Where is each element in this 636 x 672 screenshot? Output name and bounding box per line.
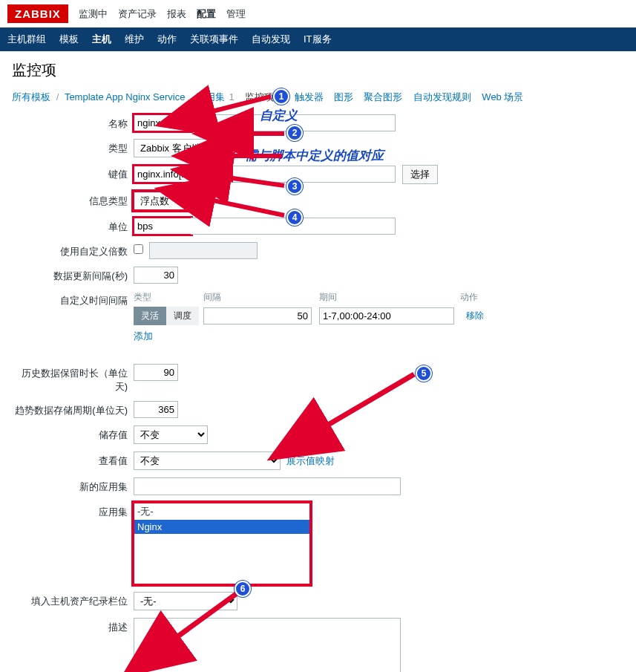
select-appset[interactable]: -无- Nginx	[134, 503, 310, 584]
bc-tab-screens[interactable]: 聚合图形	[364, 91, 402, 102]
lbl-unit: 单位	[12, 218, 134, 234]
anno-circle-1: 1	[273, 88, 289, 105]
ih-int: 间隔	[203, 291, 319, 304]
input-history[interactable]	[134, 364, 178, 381]
lbl-trends: 趋势数据存储周期(单位天)	[12, 401, 134, 417]
chk-custom-mult[interactable]	[134, 244, 143, 254]
link-interval-remove[interactable]: 移除	[466, 310, 484, 321]
input-update-int[interactable]	[134, 267, 178, 284]
subnav-correlation[interactable]: 关联项事件	[190, 33, 238, 46]
link-valuemap[interactable]: 展示值映射	[286, 455, 335, 466]
input-name[interactable]	[134, 114, 191, 131]
anno-circle-3: 3	[286, 178, 303, 195]
bc-tab-appset[interactable]: 应用集 1	[196, 91, 235, 102]
bc-tab-triggers[interactable]: 触发器	[295, 91, 324, 102]
subnav-actions[interactable]: 动作	[157, 33, 177, 46]
bc-template[interactable]: Template App Nginx Service	[65, 91, 186, 102]
anno-circle-2: 2	[286, 125, 303, 141]
select-infotype[interactable]: 浮点数	[134, 192, 208, 210]
textarea-desc[interactable]	[134, 618, 401, 672]
appset-opt-none[interactable]: -无-	[134, 503, 309, 520]
interval-toggle[interactable]: 灵活 调度	[134, 307, 203, 325]
subnav-maintenance[interactable]: 维护	[125, 33, 144, 46]
lbl-infotype: 信息类型	[12, 192, 134, 208]
input-unit[interactable]	[134, 218, 191, 235]
input-custom-mult	[149, 242, 258, 259]
subnav-hostgroups[interactable]: 主机群组	[7, 33, 46, 46]
select-inventory[interactable]: -无-	[134, 592, 237, 610]
select-store[interactable]: 不变	[134, 425, 208, 444]
input-trends[interactable]	[134, 401, 178, 418]
anno-text-2: 需与脚本中定义的值对应	[245, 147, 384, 164]
lbl-custom-int: 自定义时间间隔	[12, 291, 134, 307]
lbl-history: 历史数据保留时长（单位天)	[12, 364, 134, 394]
lbl-new-appset: 新的应用集	[12, 477, 134, 494]
top-nav: ZABBIX 监测中 资产记录 报表 配置 管理	[0, 0, 636, 27]
topnav-monitoring[interactable]: 监测中	[79, 7, 108, 21]
lbl-desc: 描述	[12, 618, 134, 634]
lbl-appset: 应用集	[12, 503, 134, 519]
interval-table: 类型 间隔 期间 动作 灵活 调度	[134, 291, 485, 343]
topnav-inventory[interactable]: 资产记录	[118, 7, 157, 21]
anno-circle-6: 6	[235, 581, 251, 597]
lbl-showval: 查看值	[12, 451, 134, 468]
input-key[interactable]	[134, 166, 214, 183]
bc-all-templates[interactable]: 所有模板	[12, 91, 50, 102]
subnav-discovery[interactable]: 自动发现	[252, 33, 290, 46]
appset-opt-nginx[interactable]: Nginx	[134, 520, 309, 534]
select-type[interactable]: Zabbix 客户端	[134, 139, 237, 157]
lbl-custom-mult: 使用自定义倍数	[12, 242, 134, 258]
page-wrap: ZABBIX 监测中 资产记录 报表 配置 管理 主机群组 模板 主机 维护 动…	[0, 0, 636, 672]
topnav-configuration[interactable]: 配置	[197, 7, 216, 21]
toggle-flex[interactable]: 灵活	[134, 307, 166, 325]
breadcrumb: 所有模板 / Template App Nginx Service 应用集 1 …	[0, 86, 636, 114]
subnav-hosts[interactable]: 主机	[92, 33, 111, 46]
input-interval-delay[interactable]	[203, 307, 312, 324]
lbl-type: 类型	[12, 139, 134, 155]
anno-circle-5: 5	[416, 365, 432, 382]
input-interval-period[interactable]	[319, 307, 454, 324]
lbl-name: 名称	[12, 114, 134, 131]
sub-nav: 主机群组 模板 主机 维护 动作 关联项事件 自动发现 IT服务	[0, 27, 636, 51]
ih-act: 动作	[460, 291, 485, 304]
subnav-itservices[interactable]: IT服务	[304, 33, 332, 46]
page-title: 监控项	[0, 51, 636, 86]
input-key-rest[interactable]	[213, 166, 396, 183]
item-form: 名称 类型 Zabbix 客户端 键值 选择 信息类型 浮点数	[0, 114, 636, 672]
btn-key-select[interactable]: 选择	[402, 165, 438, 184]
input-new-appset[interactable]	[134, 477, 401, 495]
anno-circle-4: 4	[286, 209, 303, 226]
lbl-key: 键值	[12, 165, 134, 181]
ih-per: 期间	[319, 291, 460, 304]
logo: ZABBIX	[7, 4, 68, 23]
topnav-reports[interactable]: 报表	[167, 7, 186, 21]
select-showval[interactable]: 不变	[134, 451, 281, 470]
ih-type: 类型	[134, 291, 203, 304]
bc-sep: /	[56, 91, 59, 102]
lbl-inventory: 填入主机资产纪录栏位	[12, 592, 134, 608]
link-interval-add[interactable]: 添加	[134, 330, 153, 342]
subnav-templates[interactable]: 模板	[59, 33, 79, 46]
lbl-update-int: 数据更新间隔(秒)	[12, 267, 134, 283]
anno-text-1: 自定义	[260, 107, 298, 124]
topnav-admin[interactable]: 管理	[226, 7, 246, 21]
toggle-sched[interactable]: 调度	[166, 307, 199, 325]
bc-tab-graphs[interactable]: 图形	[334, 91, 353, 102]
bc-tab-web[interactable]: Web 场景	[482, 91, 523, 102]
lbl-store: 储存值	[12, 425, 134, 442]
bc-tab-discovery[interactable]: 自动发现规则	[413, 91, 471, 102]
